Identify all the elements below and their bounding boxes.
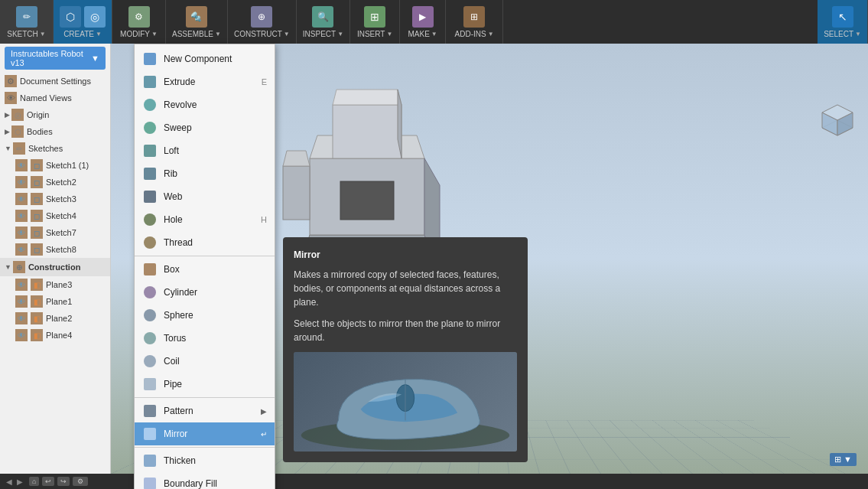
menu-item-loft[interactable]: Loft — [135, 139, 275, 162]
coil-label: Coil — [164, 356, 180, 367]
menu-item-new-component[interactable]: New Component — [135, 47, 275, 70]
sidebar-sketch2[interactable]: 👁 ◻ Sketch2 — [0, 174, 110, 191]
sidebar-plane3[interactable]: 👁 ◧ Plane3 — [0, 276, 110, 293]
menu-item-pattern[interactable]: Pattern ▶ — [135, 399, 275, 422]
cylinder-icon — [142, 285, 158, 300]
menu-item-boundary-fill[interactable]: Boundary Fill — [135, 472, 275, 489]
create-icon2: ◎ — [84, 6, 106, 28]
thicken-icon — [142, 453, 158, 468]
sidebar-plane2[interactable]: 👁 ◧ Plane2 — [0, 310, 110, 327]
menu-item-torus[interactable]: Torus — [135, 327, 275, 350]
plane4-shape-icon: ◧ — [31, 329, 43, 341]
undo-btn[interactable]: ↩ — [42, 477, 54, 486]
toolbar-group-select[interactable]: ↖ SELECT ▼ — [818, 0, 868, 44]
plane3-shape-icon: ◧ — [31, 279, 43, 291]
toolbar-group-addins[interactable]: ⊞ ADD-INS ▼ — [446, 0, 503, 44]
plane4-eye-icon: 👁 — [15, 329, 28, 341]
sidebar-item-bodies[interactable]: ▶ ⬡ Bodies — [0, 123, 110, 140]
grid-toggle-icon[interactable]: ⊞ ▼ — [830, 453, 857, 466]
rib-label: Rib — [164, 168, 177, 179]
toolbar-group-create[interactable]: ⬡ ◎ CREATE ▼ — [54, 0, 112, 44]
view-cube[interactable] — [814, 97, 860, 143]
make-label: MAKE ▼ — [408, 30, 437, 38]
document-button[interactable]: Instructables Robot v13 ▼ — [5, 47, 106, 70]
sidebar-sketch7[interactable]: 👁 ◻ Sketch7 — [0, 224, 110, 241]
addins-icon: ⊞ — [463, 6, 485, 28]
named-views-icon: 👁 — [5, 92, 17, 104]
sketch3-eye-icon: 👁 — [15, 193, 28, 205]
menu-item-rib[interactable]: Rib — [135, 162, 275, 185]
home-btn[interactable]: ⌂ — [29, 477, 39, 486]
menu-item-thread[interactable]: Thread — [135, 231, 275, 254]
create-icon: ⬡ — [60, 6, 81, 28]
toolbar-group-assemble[interactable]: 🔩 ASSEMBLE ▼ — [166, 0, 228, 44]
extrude-shortcut: E — [262, 77, 267, 86]
menu-item-pipe[interactable]: Pipe — [135, 373, 275, 396]
menu-item-cylinder[interactable]: Cylinder — [135, 281, 275, 304]
sidebar-plane4[interactable]: 👁 ◧ Plane4 — [0, 327, 110, 344]
revolve-label: Revolve — [164, 99, 197, 110]
pattern-icon — [142, 403, 158, 419]
sidebar-sketch8[interactable]: 👁 ◻ Sketch8 — [0, 241, 110, 258]
insert-icon: ⊞ — [364, 6, 385, 28]
construction-icon: ⊕ — [13, 261, 25, 273]
torus-label: Torus — [164, 333, 186, 344]
nav-prev-btn[interactable]: ◀ — [6, 478, 12, 486]
viewport-controls[interactable]: ⊞ ▼ — [830, 453, 857, 466]
toolbar: ✏ SKETCH ▼ ⬡ ◎ CREATE ▼ ⚙ MODIFY ▼ 🔩 — [0, 0, 868, 44]
sidebar-item-sketches[interactable]: ▼ ✏ Sketches — [0, 140, 110, 157]
modify-icon: ⚙ — [128, 6, 150, 28]
settings-btn[interactable]: ⚙ — [73, 477, 88, 486]
sketch8-label: Sketch8 — [46, 245, 76, 254]
menu-item-sweep[interactable]: Sweep — [135, 116, 275, 139]
sidebar-sketch4[interactable]: 👁 ◻ Sketch4 — [0, 207, 110, 224]
sidebar-document-settings[interactable]: ⚙ Document Settings — [0, 73, 110, 90]
boundary-fill-label: Boundary Fill — [164, 478, 217, 489]
sidebar-construction-header[interactable]: ▼ ⊕ Construction — [0, 258, 110, 276]
mirror-label: Mirror — [164, 429, 187, 439]
sketch4-label: Sketch4 — [46, 211, 76, 220]
loft-icon — [142, 143, 158, 158]
toolbar-group-construct[interactable]: ⊕ CONSTRUCT ▼ — [228, 0, 297, 44]
assemble-icon: 🔩 — [186, 6, 207, 28]
sidebar-named-views[interactable]: 👁 Named Views — [0, 90, 110, 106]
sketch2-label: Sketch2 — [46, 178, 76, 187]
sidebar-sketch1[interactable]: 👁 ◻ Sketch1 (1) — [0, 157, 110, 174]
doc-settings-icon: ⚙ — [5, 75, 17, 87]
menu-item-box[interactable]: Box — [135, 258, 275, 281]
menu-item-revolve[interactable]: Revolve — [135, 93, 275, 116]
select-icon: ↖ — [832, 6, 853, 28]
sketch4-eye-icon: 👁 — [15, 210, 28, 222]
toolbar-group-modify[interactable]: ⚙ MODIFY ▼ — [112, 0, 166, 44]
pattern-submenu-arrow: ▶ — [261, 407, 267, 416]
document-label: Instructables Robot v13 — [11, 49, 91, 67]
menu-item-coil[interactable]: Coil — [135, 350, 275, 373]
toolbar-group-make[interactable]: ▶ MAKE ▼ — [400, 0, 446, 44]
sidebar-sketch3[interactable]: 👁 ◻ Sketch3 — [0, 191, 110, 207]
new-component-icon — [142, 51, 158, 67]
toolbar-group-sketch[interactable]: ✏ SKETCH ▼ — [0, 0, 54, 44]
sketch8-icon: ◻ — [31, 243, 43, 256]
menu-item-hole[interactable]: Hole H — [135, 208, 275, 231]
sidebar-item-origin[interactable]: ▶ ◎ Origin — [0, 106, 110, 123]
redo-btn[interactable]: ↪ — [57, 477, 70, 486]
make-icon: ▶ — [412, 6, 434, 28]
sketch1-icon: ◻ — [31, 159, 43, 171]
menu-item-mirror[interactable]: Mirror ↵ — [135, 422, 275, 445]
toolbar-group-inspect[interactable]: 🔍 INSPECT ▼ — [297, 0, 350, 44]
menu-item-extrude[interactable]: Extrude E — [135, 70, 275, 93]
tooltip-instruction: Select the objects to mirror then the pl… — [294, 317, 517, 344]
coil-icon — [142, 354, 158, 369]
nav-next-btn[interactable]: ▶ — [17, 478, 23, 486]
bottom-toolbar: ⌂ ↩ ↪ ⚙ — [29, 477, 88, 486]
pipe-icon — [142, 377, 158, 392]
menu-item-web[interactable]: Web — [135, 185, 275, 208]
sketch8-eye-icon: 👁 — [15, 243, 28, 256]
svg-marker-9 — [283, 151, 310, 166]
origin-label: Origin — [27, 110, 49, 119]
toolbar-group-insert[interactable]: ⊞ INSERT ▼ — [350, 0, 400, 44]
menu-item-sphere[interactable]: Sphere — [135, 304, 275, 327]
menu-item-thicken[interactable]: Thicken — [135, 449, 275, 472]
sidebar-plane1[interactable]: 👁 ◧ Plane1 — [0, 293, 110, 310]
svg-rect-8 — [283, 166, 310, 220]
